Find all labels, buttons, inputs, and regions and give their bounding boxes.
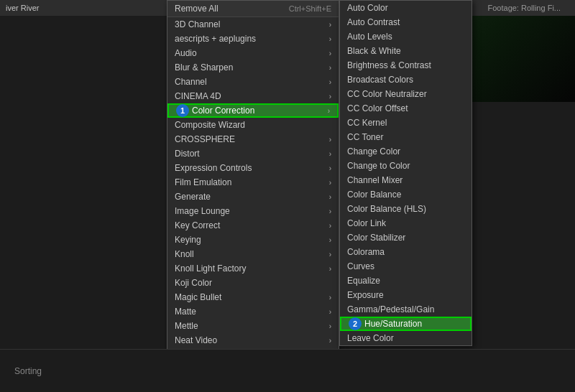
submenu-item-label: Auto Contrast xyxy=(347,17,400,27)
menu-item-label: Mettle xyxy=(175,321,198,331)
main-menu-panel: Remove All Ctrl+Shift+E 3D Channel › aes… xyxy=(167,0,339,392)
remove-all-shortcut: Ctrl+Shift+E xyxy=(289,4,331,13)
menu-item-label: Magic Bullet xyxy=(175,292,221,302)
remove-all-row[interactable]: Remove All Ctrl+Shift+E xyxy=(167,1,339,17)
menu-item-label: Color Correction xyxy=(192,106,254,116)
submenu-item-label: Curves xyxy=(347,261,374,271)
submenu-item-color-balance-hls[interactable]: Color Balance (HLS) xyxy=(340,202,472,216)
menu-item-label: Distort xyxy=(175,149,200,159)
menu-item-label: Channel xyxy=(175,77,207,87)
submenu-item-auto-levels[interactable]: Auto Levels xyxy=(340,29,472,44)
submenu-item-label: Hue/Saturation xyxy=(364,319,422,329)
submenu-item-broadcast-colors[interactable]: Broadcast Colors xyxy=(340,73,472,87)
menu-item-distort[interactable]: Distort › xyxy=(167,146,339,161)
submenu-panel: Auto Color Auto Contrast Auto Levels Bla… xyxy=(339,0,472,346)
arrow-icon: › xyxy=(329,78,331,86)
submenu-item-color-stabilizer[interactable]: Color Stabilizer xyxy=(340,230,472,245)
submenu-item-label: CC Color Neutralizer xyxy=(347,89,427,99)
submenu-item-label: Exposure xyxy=(347,290,384,300)
submenu-item-black-white[interactable]: Black & White xyxy=(340,44,472,58)
submenu-item-hue-saturation[interactable]: 2 Hue/Saturation xyxy=(340,317,472,331)
arrow-icon: › xyxy=(329,136,331,144)
submenu-item-label: Auto Levels xyxy=(347,32,392,42)
submenu-item-equalize[interactable]: Equalize xyxy=(340,274,472,288)
submenu-item-curves[interactable]: Curves xyxy=(340,259,472,274)
submenu-item-auto-contrast[interactable]: Auto Contrast xyxy=(340,15,472,29)
submenu-item-change-to-color[interactable]: Change to Color xyxy=(340,159,472,173)
submenu-item-color-link[interactable]: Color Link xyxy=(340,216,472,230)
arrow-icon: › xyxy=(329,193,331,201)
menu-item-label: Knoll Light Factory xyxy=(175,263,246,274)
submenu-item-cc-color-offset[interactable]: CC Color Offset xyxy=(340,101,472,116)
menu-item-composite-wizard[interactable]: Composite Wizard xyxy=(167,118,339,132)
remove-all-label: Remove All xyxy=(175,4,218,14)
arrow-icon: › xyxy=(329,179,331,187)
arrow-icon: › xyxy=(329,64,331,72)
menu-item-aescripts[interactable]: aescripts + aeplugins › xyxy=(167,32,339,46)
submenu-item-change-color[interactable]: Change Color xyxy=(340,144,472,159)
submenu-item-label: Color Balance (HLS) xyxy=(347,204,426,214)
menu-item-knoll-light[interactable]: Knoll Light Factory › xyxy=(167,261,339,276)
menu-item-generate[interactable]: Generate › xyxy=(167,190,339,204)
submenu-item-leave-color[interactable]: Leave Color xyxy=(340,331,472,345)
arrow-icon: › xyxy=(329,251,331,258)
menu-item-channel[interactable]: Channel › xyxy=(167,75,339,89)
menu-item-audio[interactable]: Audio › xyxy=(167,46,339,60)
arrow-icon: › xyxy=(329,222,331,230)
menu-item-label: Koji Color xyxy=(175,278,212,288)
submenu-item-label: Brightness & Contrast xyxy=(347,60,431,70)
menu-item-image-lounge[interactable]: Image Lounge › xyxy=(167,204,339,218)
arrow-icon: › xyxy=(329,236,331,244)
bottom-area: Sorting xyxy=(0,349,575,392)
menu-item-label: CROSSPHERE xyxy=(175,134,235,144)
menu-item-film-emulation[interactable]: Film Emulation › xyxy=(167,175,339,190)
menu-item-label: Keying xyxy=(175,235,201,245)
submenu-item-auto-color[interactable]: Auto Color xyxy=(340,1,472,15)
submenu-item-cc-kernel[interactable]: CC Kernel xyxy=(340,116,472,130)
menu-item-label-wrapper: 1 Color Correction xyxy=(176,104,254,117)
submenu-item-label: CC Kernel xyxy=(347,118,387,128)
submenu-item-channel-mixer[interactable]: Channel Mixer xyxy=(340,173,472,187)
submenu-item-exposure[interactable]: Exposure xyxy=(340,288,472,302)
menu-item-magic-bullet[interactable]: Magic Bullet › xyxy=(167,290,339,304)
menu-item-keying[interactable]: Keying › xyxy=(167,233,339,247)
submenu-item-label: Broadcast Colors xyxy=(347,75,413,85)
footage-label: Footage: Rolling Fi... xyxy=(488,4,561,12)
submenu-item-label: CC Color Offset xyxy=(347,103,408,113)
submenu-item-label: Change Color xyxy=(347,146,400,157)
menu-item-label: aescripts + aeplugins xyxy=(175,34,256,44)
submenu-item-label: Change to Color xyxy=(347,161,410,171)
arrow-icon: › xyxy=(329,164,331,172)
menu-item-3d-channel[interactable]: 3D Channel › xyxy=(167,17,339,32)
menu-item-knoll[interactable]: Knoll › xyxy=(167,247,339,261)
submenu-item-cc-color-neutralizer[interactable]: CC Color Neutralizer xyxy=(340,87,472,101)
arrow-icon: › xyxy=(329,150,331,158)
menu-item-label: 3D Channel xyxy=(175,19,220,29)
badge-1: 1 xyxy=(176,104,189,117)
sorting-label: Sorting xyxy=(14,366,42,376)
menu-item-label: Key Correct xyxy=(175,220,220,230)
submenu-item-label: Leave Color xyxy=(347,333,394,343)
badge-2: 2 xyxy=(349,317,362,330)
menu-item-mettle[interactable]: Mettle › xyxy=(167,319,339,333)
submenu-item-label: Channel Mixer xyxy=(347,175,402,185)
menu-item-cinema4d[interactable]: CINEMA 4D › xyxy=(167,89,339,103)
menu-item-color-correction[interactable]: 1 Color Correction › xyxy=(167,103,339,118)
menu-item-matte[interactable]: Matte › xyxy=(167,304,339,319)
submenu-item-colorama[interactable]: Colorama xyxy=(340,245,472,259)
menu-item-blur[interactable]: Blur & Sharpen › xyxy=(167,60,339,75)
menu-item-label: CINEMA 4D xyxy=(175,91,221,101)
menu-item-label: Composite Wizard xyxy=(175,120,245,130)
menu-item-label: Film Emulation xyxy=(175,177,231,187)
menu-item-crossphere[interactable]: CROSSPHERE › xyxy=(167,132,339,146)
menu-item-key-correct[interactable]: Key Correct › xyxy=(167,218,339,233)
submenu-item-cc-toner[interactable]: CC Toner xyxy=(340,130,472,144)
menu-item-neat-video[interactable]: Neat Video › xyxy=(167,333,339,347)
submenu-item-brightness-contrast[interactable]: Brightness & Contrast xyxy=(340,58,472,73)
submenu-item-gamma[interactable]: Gamma/Pedestal/Gain xyxy=(340,302,472,317)
menu-item-label: Generate xyxy=(175,192,211,202)
menu-item-koji-color[interactable]: Koji Color xyxy=(167,276,339,290)
arrow-icon: › xyxy=(329,322,331,330)
submenu-item-color-balance[interactable]: Color Balance xyxy=(340,187,472,202)
menu-item-expression[interactable]: Expression Controls › xyxy=(167,161,339,175)
